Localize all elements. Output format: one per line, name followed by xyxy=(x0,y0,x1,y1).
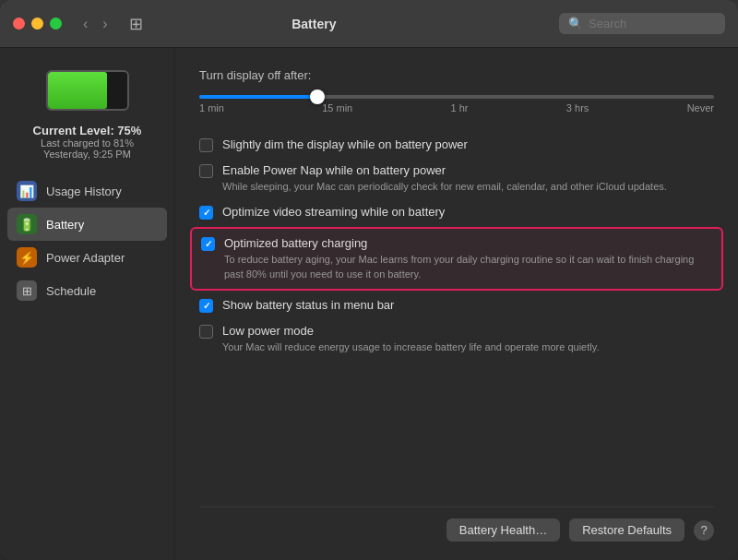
option-label-low-power: Low power mode xyxy=(222,324,599,338)
option-text-dim: Slightly dim the display while on batter… xyxy=(222,137,468,151)
usage-history-icon: 📊 xyxy=(17,181,37,201)
slider-container[interactable]: 1 min 15 min 1 hr 3 hrs Never xyxy=(199,89,714,113)
sidebar-item-label: Schedule xyxy=(46,284,96,298)
checkbox-dim-display[interactable] xyxy=(199,138,213,152)
battery-icon-container xyxy=(46,70,129,111)
option-optimized-charging: Optimized battery charging To reduce bat… xyxy=(190,227,723,291)
minimize-button[interactable] xyxy=(31,18,43,30)
checkbox-video-streaming[interactable] xyxy=(199,206,213,220)
sidebar-item-usage-history[interactable]: 📊 Usage History xyxy=(7,174,167,208)
sidebar-item-schedule[interactable]: ⊞ Schedule xyxy=(7,274,167,307)
maximize-button[interactable] xyxy=(50,18,62,30)
checkbox-show-status[interactable] xyxy=(199,299,213,313)
tick-1hr: 1 hr xyxy=(451,102,469,113)
window-title: Battery xyxy=(78,17,550,31)
search-icon: 🔍 xyxy=(568,17,583,30)
option-low-power: Low power mode Your Mac will reduce ener… xyxy=(199,318,714,360)
tick-1min: 1 min xyxy=(199,102,224,113)
option-text-charging: Optimized battery charging To reduce bat… xyxy=(224,236,712,281)
sidebar: Current Level: 75% Last charged to 81% Y… xyxy=(0,48,175,560)
battery-charged-text: Last charged to 81% xyxy=(33,137,142,149)
footer: Battery Health… Restore Defaults ? xyxy=(199,506,714,545)
battery-time-text: Yesterday, 9:25 PM xyxy=(33,149,142,160)
close-button[interactable] xyxy=(13,18,25,30)
option-label-dim: Slightly dim the display while on batter… xyxy=(222,137,468,151)
battery-info: Current Level: 75% Last charged to 81% Y… xyxy=(33,124,142,160)
body: Current Level: 75% Last charged to 81% Y… xyxy=(0,48,738,560)
power-adapter-icon: ⚡ xyxy=(17,247,37,268)
titlebar: ‹ › ⊞ Battery 🔍 xyxy=(0,0,738,48)
battery-graphic xyxy=(46,70,129,111)
restore-defaults-button[interactable]: Restore Defaults xyxy=(569,518,684,542)
option-desc-charging: To reduce battery aging, your Mac learns… xyxy=(224,253,712,281)
options-list: Slightly dim the display while on batter… xyxy=(199,132,714,499)
tick-3hrs: 3 hrs xyxy=(566,102,589,113)
option-label-charging: Optimized battery charging xyxy=(224,236,712,250)
option-dim-display: Slightly dim the display while on batter… xyxy=(199,132,714,158)
option-label-power-nap: Enable Power Nap while on battery power xyxy=(222,163,667,177)
option-text-low-power: Low power mode Your Mac will reduce ener… xyxy=(222,324,599,354)
search-box[interactable]: 🔍 xyxy=(559,13,725,34)
sidebar-item-label: Battery xyxy=(46,218,84,232)
traffic-lights xyxy=(13,18,62,30)
option-show-status: Show battery status in menu bar xyxy=(199,292,714,318)
sidebar-item-label: Power Adapter xyxy=(46,251,125,265)
option-label-status: Show battery status in menu bar xyxy=(222,298,394,312)
display-off-label: Turn display off after: xyxy=(199,68,714,82)
battery-fill xyxy=(48,72,108,109)
option-power-nap: Enable Power Nap while on battery power … xyxy=(199,158,714,199)
battery-health-button[interactable]: Battery Health… xyxy=(446,518,560,542)
option-video-streaming: Optimize video streaming while on batter… xyxy=(199,199,714,225)
tick-never: Never xyxy=(687,102,714,113)
main-content: Turn display off after: 1 min 15 min 1 h… xyxy=(175,48,738,560)
checkbox-optimized-charging[interactable] xyxy=(201,237,215,251)
slider-thumb[interactable] xyxy=(310,89,325,104)
checkbox-power-nap[interactable] xyxy=(199,164,213,178)
slider-track[interactable] xyxy=(199,95,714,99)
option-text-video: Optimize video streaming while on batter… xyxy=(222,205,445,219)
battery-level-text: Current Level: 75% xyxy=(33,124,142,137)
sidebar-item-label: Usage History xyxy=(46,185,122,198)
battery-icon: 🔋 xyxy=(17,214,37,234)
sidebar-item-power-adapter[interactable]: ⚡ Power Adapter xyxy=(7,241,167,274)
schedule-icon: ⊞ xyxy=(17,280,37,301)
help-button[interactable]: ? xyxy=(694,520,714,541)
slider-ticks: 1 min 15 min 1 hr 3 hrs Never xyxy=(199,102,714,113)
option-desc-power-nap: While sleeping, your Mac can periodicall… xyxy=(222,180,667,194)
tick-15min: 15 min xyxy=(322,102,352,113)
checkbox-low-power[interactable] xyxy=(199,325,213,339)
option-text-power-nap: Enable Power Nap while on battery power … xyxy=(222,163,667,194)
sidebar-item-battery[interactable]: 🔋 Battery xyxy=(7,208,167,241)
option-text-status: Show battery status in menu bar xyxy=(222,298,394,312)
option-desc-low-power: Your Mac will reduce energy usage to inc… xyxy=(222,340,599,354)
slider-filled xyxy=(199,95,317,99)
main-window: ‹ › ⊞ Battery 🔍 Current Level: 75% Last … xyxy=(0,0,738,560)
sidebar-items: 📊 Usage History 🔋 Battery ⚡ Power Adapte… xyxy=(0,174,174,307)
option-label-video: Optimize video streaming while on batter… xyxy=(222,205,445,219)
search-input[interactable] xyxy=(589,17,716,30)
